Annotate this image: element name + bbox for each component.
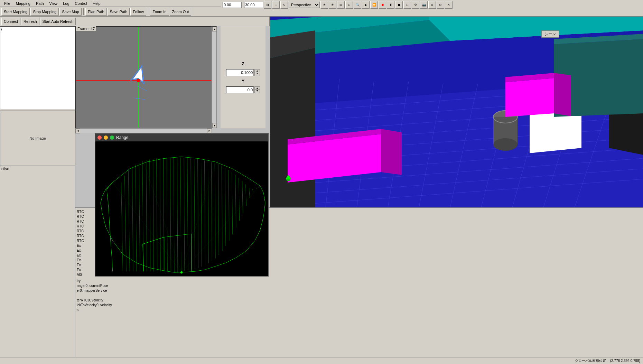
- camera-icon-btn[interactable]: 📷: [420, 1, 428, 9]
- move-icon-btn[interactable]: ↔: [272, 1, 280, 9]
- svg-marker-48: [554, 73, 571, 116]
- sun-icon-btn[interactable]: ☀: [320, 1, 328, 9]
- map-hscroll[interactable]: ◄ ►: [75, 128, 212, 133]
- refresh-button[interactable]: Refresh: [21, 18, 39, 25]
- svg-marker-46: [505, 78, 554, 117]
- menu-help[interactable]: Help: [90, 1, 103, 6]
- no-image-label: No Image: [29, 136, 46, 140]
- y-label: Y: [242, 79, 244, 84]
- y-input[interactable]: [226, 86, 254, 93]
- start-mapping-button[interactable]: Start Mapping: [1, 8, 30, 16]
- range-window[interactable]: Range: [95, 133, 269, 277]
- z-input[interactable]: [226, 69, 254, 76]
- settings-icon-btn[interactable]: ⚙: [264, 1, 271, 9]
- y-spinner[interactable]: ▲ ▼: [254, 86, 260, 93]
- map-canvas: [76, 27, 211, 128]
- hscroll-right[interactable]: ►: [207, 129, 212, 133]
- menu-path[interactable]: Path: [33, 1, 47, 6]
- play-icon-btn[interactable]: ▶: [362, 1, 370, 9]
- range-svg: [95, 141, 268, 276]
- map-svg: [76, 27, 211, 128]
- follow-button[interactable]: Follow: [130, 8, 146, 16]
- cross-icon-btn[interactable]: ✕: [445, 1, 453, 9]
- viewport-3d: シーン: [270, 10, 643, 207]
- zy-panel: Z ▲ ▼ Y ▲ ▼: [221, 26, 265, 128]
- 3d-scene-svg: [270, 10, 643, 207]
- svg-rect-54: [95, 141, 268, 276]
- map-vscroll[interactable]: ▲ ▼: [212, 26, 217, 128]
- asterisk-icon-btn[interactable]: ✳: [329, 1, 336, 9]
- square-icon-btn[interactable]: □: [403, 1, 411, 9]
- hscroll-track[interactable]: [80, 129, 207, 133]
- settings2-icon-btn[interactable]: ⚙: [412, 1, 419, 9]
- range-titlebar: Range: [95, 134, 268, 141]
- perspective-dropdown[interactable]: Perspective Orthographic Top Front Side: [289, 2, 320, 8]
- vscroll-up[interactable]: ▲: [212, 27, 217, 31]
- log-mapper-service: er0, mapperService: [77, 288, 642, 293]
- menu-file[interactable]: File: [1, 1, 13, 6]
- left-tree[interactable]: /: [0, 26, 75, 109]
- record-icon-btn[interactable]: ⏺: [379, 1, 386, 9]
- map-viewport[interactable]: [75, 26, 212, 128]
- start-auto-refresh-button[interactable]: Start Auto Refresh: [40, 18, 76, 25]
- grid2-icon-btn[interactable]: ⊟: [345, 1, 353, 9]
- svg-point-7: [137, 79, 140, 82]
- toolbar-separator-2: [148, 8, 148, 15]
- magnify-icon-btn[interactable]: 🔍: [354, 1, 361, 9]
- vscroll-down[interactable]: ▼: [212, 123, 217, 128]
- secondary-toolbar: Connect Refresh Start Auto Refresh: [0, 17, 270, 26]
- colon-sep: :: [242, 3, 243, 7]
- hscroll-left[interactable]: ◄: [75, 129, 80, 133]
- svg-rect-0: [76, 27, 211, 128]
- range-close-btn[interactable]: [97, 136, 102, 140]
- stop-icon-btn[interactable]: ⏹: [395, 1, 403, 9]
- contract-icon-btn[interactable]: ⊖: [437, 1, 444, 9]
- range-canvas: [95, 141, 268, 276]
- log-s: s: [77, 308, 642, 312]
- svg-point-44: [493, 138, 518, 151]
- log-blank: [77, 293, 642, 298]
- log-velocity-2: ickToVelocity0, velocity: [77, 303, 642, 308]
- log-manager-pose: nager0, currentPose: [77, 283, 642, 288]
- stop-mapping-button[interactable]: Stop Mapping: [30, 8, 59, 16]
- menu-control[interactable]: Control: [72, 1, 90, 6]
- log-velocity-1: terRTC0, velocity: [77, 298, 642, 303]
- frame-label: Frame: 47: [76, 26, 96, 31]
- grid-icon-btn[interactable]: ⊞: [337, 1, 345, 9]
- zoom-out-button[interactable]: Zoom Out: [170, 8, 192, 16]
- coordinate-display: グローバル座標位置 = (2.778 2.394 0.798): [575, 358, 640, 363]
- pause-icon-btn[interactable]: ⏸: [387, 1, 394, 9]
- menu-log[interactable]: Log: [60, 1, 72, 6]
- save-path-button[interactable]: Save Path: [108, 8, 130, 16]
- tree-content: /: [1, 27, 2, 31]
- range-maximize-btn[interactable]: [110, 136, 114, 140]
- scene-label: シーン: [541, 30, 559, 38]
- zoom-in-button[interactable]: Zoom In: [150, 8, 169, 16]
- fastforward-icon-btn[interactable]: ⏩: [370, 1, 378, 9]
- save-map-button[interactable]: Save Map: [59, 8, 82, 16]
- menu-mapping[interactable]: Mapping: [13, 1, 33, 6]
- status-bar: グローバル座標位置 = (2.778 2.394 0.798): [0, 357, 643, 364]
- range-minimize-btn[interactable]: [104, 136, 108, 140]
- connect-button[interactable]: Connect: [1, 18, 20, 25]
- viewport-toolbar: : ⚙ ↔ ↻ Perspective Orthographic Top Fro…: [221, 0, 643, 10]
- active-label: ctive: [1, 167, 9, 171]
- left-panel: / No Image ctive: [0, 7, 75, 364]
- z-label: Z: [242, 62, 244, 66]
- log-try: try: [77, 279, 642, 283]
- log-section-2: try nager0, currentPose er0, mapperServi…: [77, 279, 642, 312]
- camera-x-input[interactable]: [223, 2, 242, 8]
- menu-view[interactable]: View: [47, 1, 60, 6]
- range-title: Range: [116, 135, 128, 140]
- rotate-icon-btn[interactable]: ↻: [280, 1, 288, 9]
- camera-angle-input[interactable]: [244, 2, 263, 8]
- expand-icon-btn[interactable]: ⊕: [428, 1, 436, 9]
- toolbar-separator-1: [83, 8, 84, 15]
- z-spinner[interactable]: ▲ ▼: [254, 69, 260, 76]
- svg-marker-34: [270, 48, 315, 207]
- no-image-panel: No Image: [0, 111, 75, 166]
- plan-path-button[interactable]: Plan Path: [85, 8, 107, 16]
- vscroll-track[interactable]: [212, 31, 216, 123]
- svg-marker-51: [381, 129, 402, 175]
